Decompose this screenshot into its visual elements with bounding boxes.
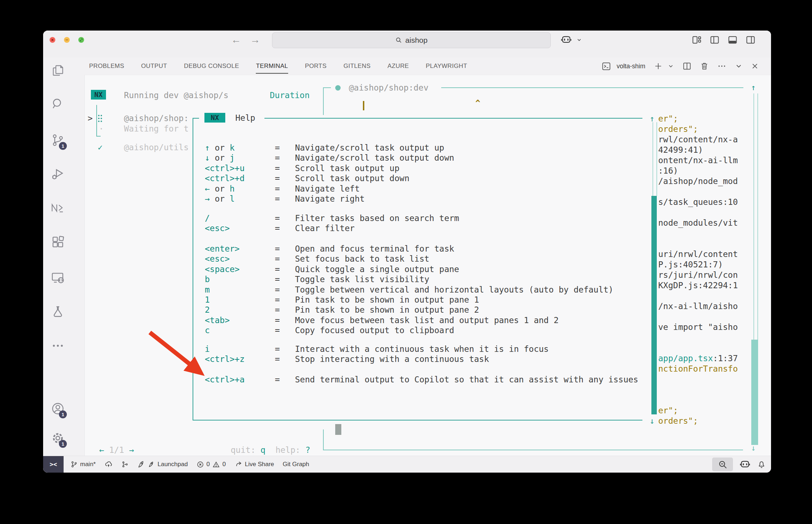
help-row: <ctrl>+u=Scroll task output up <box>205 163 715 173</box>
task-sub-status: Waiting for t <box>124 124 189 134</box>
output-line <box>650 343 738 353</box>
help-border-bottom <box>193 420 642 420</box>
bell-icon <box>757 460 766 469</box>
help-row: i=Interact with a continuous task when i… <box>205 344 715 354</box>
task-sub-bullet: · <box>99 124 104 134</box>
help-group: ↑ or k=Navigate/scroll task output up↓ o… <box>205 143 715 204</box>
help-row: <space>=Quick toggle a single output pan… <box>205 264 715 274</box>
output-line: s/task_queues:10 <box>650 197 738 207</box>
help-row: <ctrl>+d=Scroll task output down <box>205 173 715 183</box>
output-line: :16) <box>650 166 738 176</box>
rocket-small-icon <box>148 461 155 468</box>
help-group: <ctrl>+a=Send terminal output to Copilot… <box>205 374 715 385</box>
output-line <box>650 312 738 322</box>
warning-icon <box>212 461 220 468</box>
pager-next[interactable]: → <box>129 445 134 455</box>
copilot-icon <box>739 460 751 469</box>
status-item-launchpad[interactable]: Launchpad <box>137 460 188 469</box>
output-line: rs/juri/nrwl/con <box>650 270 738 280</box>
error-icon <box>197 461 204 468</box>
pager-prev[interactable]: ← <box>99 445 104 455</box>
output-line: orders"; <box>650 124 738 134</box>
status-item-git-graph[interactable]: Git Graph <box>283 461 309 468</box>
output-line: /aishop/node_mod <box>650 176 738 187</box>
output-line: KXgDP.js:42294:1 <box>650 280 738 291</box>
status-left-items: main*Launchpad00Live ShareGit Graph <box>70 456 309 473</box>
output-line <box>650 385 738 395</box>
status-item-problems[interactable]: 00 <box>197 461 226 468</box>
pane2-status-dot <box>335 85 341 91</box>
help-row: b=Toggle task list visibility <box>205 274 715 284</box>
help-row: 1=Pin task to be shown in output pane 1 <box>205 295 715 305</box>
output-line: ve import "aisho <box>650 322 738 332</box>
output-line <box>650 395 738 405</box>
status-item-live-share[interactable]: Live Share <box>235 460 274 468</box>
rocket-icon <box>137 460 146 469</box>
pane2-title: @aishop/shop:dev <box>349 83 429 93</box>
status-button-copilot[interactable] <box>739 460 751 469</box>
output-line <box>650 239 738 249</box>
pane2-output-text: ↑er"; orders"; rwl/content/nx-a 42499:41… <box>650 114 738 426</box>
output-line: app/app.tsx:1:37 <box>650 353 738 364</box>
output-line: 42499:41) <box>650 145 738 155</box>
output-line <box>650 228 738 239</box>
status-button-zoom-out[interactable] <box>712 458 733 471</box>
pane2-border-top <box>441 87 743 88</box>
help-group: <enter>=Open and focus terminal for task… <box>205 244 715 336</box>
pane2-caret: ^ <box>475 98 480 108</box>
nx-logo-badge: NX <box>91 90 106 100</box>
pane2-block-cursor <box>335 424 341 435</box>
status-item-git-branch[interactable]: main* <box>70 460 96 468</box>
pane2-scroll-thumb[interactable] <box>751 340 758 445</box>
status-item-publish-changes[interactable] <box>104 460 113 468</box>
task-running-marker-icon <box>97 114 103 123</box>
task-tree-guide-elbow <box>96 136 101 137</box>
remote-indicator[interactable]: >< <box>43 456 64 473</box>
pager: ← 1/1 → <box>99 445 134 455</box>
output-line: er"; <box>650 405 738 416</box>
output-line: ↑er"; <box>650 114 738 124</box>
status-label: Live Share <box>245 461 274 468</box>
status-item-git-compare[interactable] <box>121 460 129 468</box>
status-label: main* <box>80 461 96 468</box>
help-row: c=Copy focused output to clipboard <box>205 325 715 335</box>
status-right-items <box>712 456 766 473</box>
help-row: m=Toggle between vertical and horizontal… <box>205 285 715 295</box>
pane2-border-stub <box>323 87 331 88</box>
status-label: Git Graph <box>283 461 309 468</box>
output-line: P.js:40521:7) <box>650 259 738 270</box>
vscode-window: ← → aishop <box>43 31 771 473</box>
status-label: 0 <box>222 461 226 468</box>
task-item-label[interactable]: @aishop/utils <box>124 142 189 152</box>
output-line <box>650 332 738 343</box>
help-row: ↑ or k=Navigate/scroll task output up <box>205 143 715 153</box>
task-runner-title: Running dev @aishop/s <box>124 90 229 100</box>
terminal-cursor <box>363 101 364 110</box>
output-line: node_modules/vit <box>650 218 738 228</box>
branch-icon <box>70 460 78 468</box>
help-border-top <box>264 118 642 119</box>
pane2-scroll-down-arrow[interactable]: ↓ <box>751 443 756 453</box>
nx-tui: NX Running dev @aishop/s Duration > @ais… <box>43 31 771 473</box>
status-button-bell[interactable] <box>757 460 766 469</box>
nx-help-badge: NX <box>204 113 225 123</box>
output-line: /nx-ai-llm/aisho <box>650 301 738 312</box>
status-label: Launchpad <box>157 461 188 468</box>
task-success-check: ✓ <box>98 142 103 152</box>
pane2-scroll-track[interactable] <box>753 93 758 340</box>
output-line <box>650 374 738 385</box>
help-row: <esc>=Set focus back to task list <box>205 254 715 264</box>
task-item-label[interactable]: @aishop/shop: <box>124 113 189 123</box>
help-row: <enter>=Open and focus terminal for task <box>205 244 715 254</box>
pane2-scroll-up-arrow[interactable]: ↑ <box>751 83 756 93</box>
help-title: Help <box>235 113 255 123</box>
help-row: <esc>=Clear filter <box>205 223 715 233</box>
help-row: 2=Pin task to be shown in output pane 2 <box>205 305 715 315</box>
status-label: 0 <box>207 461 210 468</box>
help-row: <ctrl>+a=Send terminal output to Copilot… <box>205 374 715 385</box>
footer-hints: quit: q help: ? <box>231 445 310 455</box>
cloud-upload-icon <box>104 460 113 468</box>
output-line: ↓orders"; <box>650 416 738 426</box>
help-row: <ctrl>+z=Stop interacting with a continu… <box>205 354 715 364</box>
help-group: /=Filter tasks based on search term<esc>… <box>205 213 715 234</box>
